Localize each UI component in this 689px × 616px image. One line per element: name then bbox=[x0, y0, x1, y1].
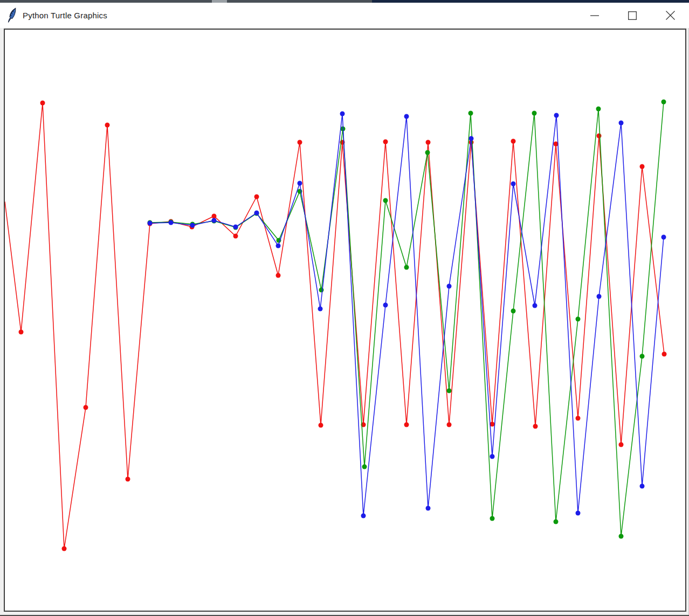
data-point-green bbox=[554, 520, 559, 524]
data-point-green bbox=[511, 309, 516, 314]
turtle-graphics-window: Python Turtle Graphics bbox=[0, 0, 689, 616]
data-point-red bbox=[84, 405, 88, 410]
data-point-red bbox=[105, 123, 110, 128]
turtle-canvas bbox=[4, 29, 686, 612]
data-point-red bbox=[276, 273, 281, 278]
data-point-blue bbox=[533, 303, 538, 308]
data-point-red bbox=[233, 234, 238, 239]
data-point-blue bbox=[404, 114, 409, 119]
data-point-red bbox=[383, 140, 388, 144]
data-point-blue bbox=[254, 211, 259, 216]
data-point-blue bbox=[383, 303, 388, 308]
series-line-blue bbox=[150, 114, 664, 516]
data-point-green bbox=[383, 198, 388, 203]
data-point-blue bbox=[447, 284, 452, 289]
data-point-green bbox=[490, 516, 495, 521]
data-point-red bbox=[254, 195, 259, 199]
maximize-button[interactable] bbox=[620, 3, 645, 28]
data-point-blue bbox=[490, 454, 495, 459]
data-point-green bbox=[447, 389, 452, 393]
data-point-red bbox=[662, 352, 667, 357]
data-point-red bbox=[319, 423, 323, 428]
data-point-blue bbox=[511, 182, 516, 186]
data-point-green bbox=[319, 288, 324, 293]
minimize-icon bbox=[590, 11, 600, 20]
maximize-icon bbox=[628, 11, 637, 20]
data-point-red bbox=[62, 546, 67, 551]
data-point-green bbox=[576, 317, 581, 322]
data-point-red bbox=[511, 139, 516, 144]
data-point-green bbox=[619, 534, 624, 539]
data-point-green bbox=[468, 111, 473, 116]
data-point-green bbox=[425, 150, 430, 155]
data-point-green bbox=[362, 465, 367, 469]
data-point-green bbox=[404, 265, 409, 270]
titlebar[interactable]: Python Turtle Graphics bbox=[0, 3, 689, 28]
data-point-blue bbox=[148, 221, 153, 226]
data-point-blue bbox=[190, 223, 195, 228]
series-line-red bbox=[5, 103, 664, 549]
data-point-blue bbox=[340, 112, 345, 116]
data-point-green bbox=[640, 354, 645, 359]
chart-svg bbox=[5, 30, 685, 611]
data-point-red bbox=[19, 330, 24, 335]
data-point-blue bbox=[469, 136, 474, 141]
data-point-red bbox=[597, 134, 602, 139]
data-point-red bbox=[40, 101, 45, 106]
data-point-blue bbox=[298, 181, 302, 186]
data-point-red bbox=[126, 477, 130, 482]
data-point-blue bbox=[662, 235, 666, 240]
data-point-red bbox=[298, 140, 302, 145]
data-point-red bbox=[426, 140, 431, 145]
data-point-red bbox=[619, 442, 624, 447]
window-controls bbox=[576, 3, 689, 28]
data-point-blue bbox=[640, 484, 645, 489]
data-point-red bbox=[212, 214, 217, 219]
data-point-blue bbox=[597, 294, 602, 299]
close-icon bbox=[665, 10, 676, 20]
data-point-green bbox=[662, 100, 666, 105]
tk-feather-icon bbox=[7, 8, 18, 24]
data-point-blue bbox=[212, 218, 217, 223]
data-point-green bbox=[532, 111, 537, 116]
window-title: Python Turtle Graphics bbox=[23, 11, 107, 20]
data-point-red bbox=[640, 164, 645, 169]
data-point-blue bbox=[233, 225, 238, 230]
data-point-blue bbox=[619, 121, 624, 126]
series-line-green bbox=[150, 102, 664, 536]
data-point-red bbox=[576, 416, 581, 421]
data-point-green bbox=[596, 107, 601, 112]
data-point-red bbox=[533, 424, 538, 429]
data-point-blue bbox=[318, 307, 323, 312]
close-button[interactable] bbox=[658, 3, 683, 28]
data-point-blue bbox=[276, 244, 281, 248]
minimize-button[interactable] bbox=[582, 3, 607, 28]
data-point-blue bbox=[576, 511, 581, 516]
data-point-blue bbox=[554, 113, 559, 118]
data-point-red bbox=[404, 423, 409, 427]
data-point-blue bbox=[426, 506, 431, 511]
data-point-red bbox=[447, 423, 452, 427]
data-point-blue bbox=[361, 514, 366, 518]
data-point-blue bbox=[169, 220, 174, 225]
